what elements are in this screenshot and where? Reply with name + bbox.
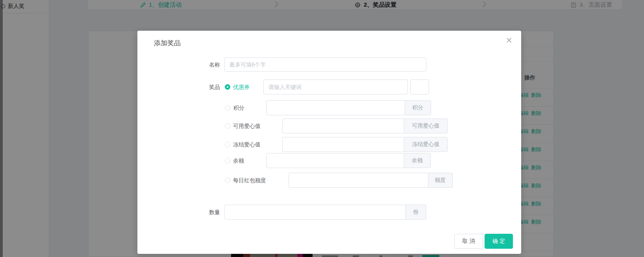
radio-balance[interactable] [225, 158, 230, 163]
radio-available-love[interactable] [225, 123, 230, 129]
radio-label[interactable]: 冻结爱心值 [233, 141, 261, 148]
prize-option-balance: 余额 余额 [137, 153, 521, 168]
name-input[interactable] [224, 57, 426, 72]
available-love-input[interactable] [282, 118, 404, 133]
page-background: 新人奖 1、创建活动 2、奖品设置 3、页面设置 [0, 0, 644, 257]
confirm-button[interactable]: 确 定 [485, 234, 513, 249]
frozen-love-suffix: 冻结爱心值 [404, 137, 448, 152]
radio-frozen-love[interactable] [225, 142, 230, 147]
radio-label[interactable]: 每日红包额度 [233, 177, 266, 184]
prize-option-daily-redpacket: 每日红包额度 额度 [137, 173, 521, 188]
radio-label[interactable]: 积分 [233, 105, 244, 112]
quantity-field-row: 数量 份 [137, 205, 521, 220]
points-suffix: 积分 [405, 100, 431, 115]
modal-title: 添加奖品 [154, 39, 181, 48]
daily-redpacket-input[interactable] [289, 173, 428, 188]
available-love-suffix: 可用爱心值 [404, 118, 448, 133]
daily-redpacket-suffix: 额度 [428, 173, 453, 188]
balance-input[interactable] [266, 153, 404, 168]
balance-suffix: 余额 [404, 153, 431, 168]
radio-label[interactable]: 余额 [233, 157, 244, 165]
prize-option-frozen-love: 冻结爱心值 冻结爱心值 [137, 137, 521, 152]
coupon-keyword-input[interactable] [263, 80, 408, 94]
name-field-row: 名称 [137, 57, 521, 72]
radio-coupon[interactable] [225, 84, 230, 90]
quantity-input[interactable] [224, 205, 406, 220]
close-icon[interactable]: × [505, 36, 513, 44]
radio-label[interactable]: 优惠券 [233, 84, 250, 91]
add-prize-modal: 添加奖品 × 名称 奖品 优惠券 积分 积分 [137, 31, 521, 254]
prize-option-available-love: 可用爱心值 可用爱心值 [137, 118, 521, 133]
prize-option-points: 积分 积分 [137, 100, 521, 115]
frozen-love-input[interactable] [282, 137, 404, 152]
cancel-button[interactable]: 取 消 [454, 234, 483, 249]
quantity-label: 数量 [137, 209, 220, 216]
radio-points[interactable] [225, 105, 230, 111]
name-label: 名称 [137, 61, 220, 68]
points-input[interactable] [266, 100, 405, 115]
radio-daily-redpacket[interactable] [225, 177, 230, 183]
coupon-count-box[interactable] [410, 80, 429, 94]
radio-label[interactable]: 可用爱心值 [233, 123, 261, 130]
quantity-suffix: 份 [406, 205, 426, 220]
prize-option-coupon: 优惠券 [137, 80, 521, 94]
